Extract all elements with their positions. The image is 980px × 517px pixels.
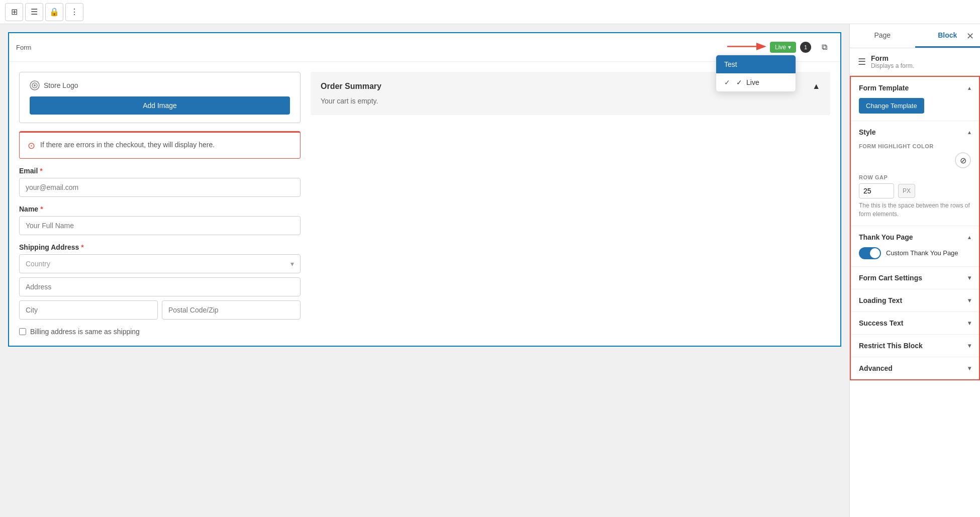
form-cart-settings-chevron: ▾ xyxy=(968,274,971,281)
change-template-button[interactable]: Change Template xyxy=(859,98,924,114)
block-desc: Displays a form. xyxy=(871,62,914,69)
panel-close-button[interactable]: ✕ xyxy=(966,31,974,42)
store-logo-icon xyxy=(30,80,40,90)
chevron-down-icon: ▾ xyxy=(290,260,294,268)
right-panel: Page Block ✕ ☰ Form Displays a form. For… xyxy=(849,24,980,517)
row-gap-label: ROW GAP xyxy=(859,174,971,180)
main-layout: Form Live ▾ Test ✓ Live xyxy=(0,24,980,517)
form-template-section: Form Template ▴ Change Template xyxy=(851,77,979,121)
live-button[interactable]: Live ▾ xyxy=(770,42,796,53)
color-row: ⊘ xyxy=(859,152,971,168)
form-cart-settings-header[interactable]: Form Cart Settings ▾ xyxy=(851,267,979,289)
doc-icon-button[interactable]: ☰ xyxy=(25,3,43,21)
advanced-header[interactable]: Advanced ▾ xyxy=(851,357,979,379)
chevron-down-icon: ▾ xyxy=(788,44,791,51)
restrict-block-header[interactable]: Restrict This Block ▾ xyxy=(851,335,979,357)
panel-tabs: Page Block ✕ xyxy=(850,24,980,48)
row-gap-unit: PX xyxy=(898,184,915,198)
form-cart-settings-label: Form Cart Settings xyxy=(859,274,922,282)
thank-you-chevron-up: ▴ xyxy=(968,234,971,241)
style-title: Style xyxy=(859,128,875,136)
form-right: Order Summary ▲ Your cart is empty. xyxy=(311,72,830,336)
dropdown-item-live[interactable]: ✓ Live xyxy=(716,73,796,91)
live-btn-area: Live ▾ Test ✓ Live xyxy=(770,38,833,56)
advanced-label: Advanced xyxy=(859,364,893,372)
arrow-indicator xyxy=(725,39,770,54)
billing-checkbox-row: Billing address is same as shipping xyxy=(19,328,301,336)
lock-icon-button[interactable]: 🔒 xyxy=(45,3,63,21)
block-info-text: Form Displays a form. xyxy=(871,54,914,69)
zip-input[interactable] xyxy=(162,300,301,320)
custom-thank-you-toggle[interactable] xyxy=(859,247,881,259)
order-summary-chevron-up: ▲ xyxy=(812,82,820,91)
restrict-block-section: Restrict This Block ▾ xyxy=(851,335,979,357)
form-template-header: Form Template ▴ xyxy=(859,84,971,92)
more-icon-button[interactable]: ⋮ xyxy=(65,3,83,21)
error-icon: ⊙ xyxy=(28,140,35,151)
name-input[interactable] xyxy=(19,216,301,235)
thank-you-section: Thank You Page ▴ Custom Thank You Page xyxy=(851,226,979,267)
success-text-chevron: ▾ xyxy=(968,320,971,327)
billing-checkbox[interactable] xyxy=(19,328,26,335)
row-gap-helper-text: The this is the space between the rows o… xyxy=(859,201,971,219)
order-summary-title: Order Summary xyxy=(321,82,381,91)
success-text-header[interactable]: Success Text ▾ xyxy=(851,312,979,334)
thank-you-header: Thank You Page ▴ xyxy=(859,233,971,241)
name-field-group: Name * xyxy=(19,205,301,235)
tab-page[interactable]: Page xyxy=(850,24,915,48)
row-gap-row: PX xyxy=(859,183,971,198)
dropdown-menu: Test ✓ Live xyxy=(716,55,796,92)
name-label: Name * xyxy=(19,205,301,213)
loading-text-header[interactable]: Loading Text ▾ xyxy=(851,289,979,312)
store-logo-box: Store Logo Add Image xyxy=(19,72,301,123)
shipping-required-star: * xyxy=(81,243,83,251)
city-input[interactable] xyxy=(19,300,158,320)
chevron-up-icon: ▴ xyxy=(968,84,971,91)
shipping-field-group: Shipping Address * Country ▾ xyxy=(19,243,301,320)
row-gap-input[interactable] xyxy=(859,183,894,198)
store-logo-header: Store Logo xyxy=(30,80,290,90)
red-outlined-section: Form Template ▴ Change Template Style ▴ … xyxy=(850,76,980,380)
doc-icon: ☰ xyxy=(31,7,38,17)
thank-you-title: Thank You Page xyxy=(859,233,913,241)
success-text-label: Success Text xyxy=(859,319,903,327)
city-zip-row xyxy=(19,300,301,320)
custom-thank-you-toggle-row: Custom Thank You Page xyxy=(859,247,971,259)
toolbar: ⊞ ☰ 🔒 ⋮ xyxy=(0,0,980,24)
editor-area: Form Live ▾ Test ✓ Live xyxy=(0,24,849,517)
order-summary-empty-text: Your cart is empty. xyxy=(321,97,378,105)
lock-icon: 🔒 xyxy=(49,7,59,17)
toggle-knob xyxy=(870,248,880,258)
add-image-button[interactable]: Add Image xyxy=(30,96,290,115)
form-block: Form Live ▾ Test ✓ Live xyxy=(8,32,841,347)
svg-point-3 xyxy=(34,84,36,86)
block-form-icon: ☰ xyxy=(858,56,866,67)
grid-icon-button[interactable]: ⊞ xyxy=(5,3,23,21)
custom-thank-you-label: Custom Thank You Page xyxy=(886,249,958,257)
success-text-section: Success Text ▾ xyxy=(851,312,979,335)
more-icon: ⋮ xyxy=(70,7,78,17)
form-left: Store Logo Add Image ⊙ If there are erro… xyxy=(19,72,301,336)
color-swatch[interactable]: ⊘ xyxy=(955,152,971,168)
shipping-label: Shipping Address * xyxy=(19,243,301,251)
preview-icon-button[interactable]: ⧉ xyxy=(815,38,833,56)
address-input[interactable] xyxy=(19,277,301,296)
email-input[interactable] xyxy=(19,178,301,197)
panel-block-info: ☰ Form Displays a form. xyxy=(850,48,980,76)
live-dropdown-container: Live ▾ Test ✓ Live xyxy=(770,42,796,53)
notification-badge: 1 xyxy=(800,42,811,53)
email-field-group: Email * xyxy=(19,167,301,197)
error-text: If there are errors in the checkout, the… xyxy=(40,140,215,150)
form-block-title: Form xyxy=(16,44,31,51)
advanced-section: Advanced ▾ xyxy=(851,357,979,379)
grid-icon: ⊞ xyxy=(11,7,18,17)
advanced-chevron: ▾ xyxy=(968,365,971,372)
form-template-title: Form Template xyxy=(859,84,909,92)
store-logo-label: Store Logo xyxy=(44,81,78,89)
block-name: Form xyxy=(871,54,914,62)
check-icon: ✓ xyxy=(736,78,742,86)
style-chevron-up: ▴ xyxy=(968,129,971,136)
email-label: Email * xyxy=(19,167,301,175)
country-select[interactable]: Country ▾ xyxy=(19,254,301,273)
dropdown-item-test[interactable]: Test xyxy=(716,55,796,73)
